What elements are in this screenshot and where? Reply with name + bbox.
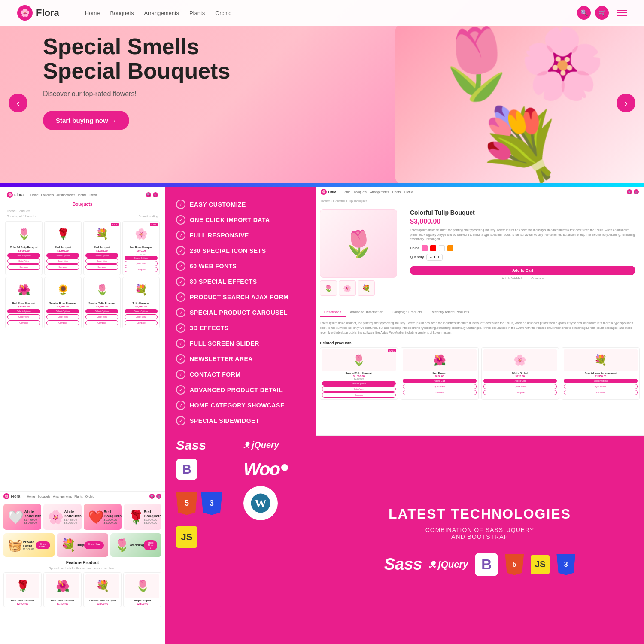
compare-6[interactable]: Compare (46, 320, 79, 325)
banner-info-1: White Bouquets $1,499.00 - $3,000.00 (24, 510, 41, 524)
shop2-cart-btn[interactable]: 🛒 (156, 494, 161, 499)
pd-add-to-wishlist[interactable]: Add to Wishlist (502, 277, 522, 280)
select-options-3[interactable]: Select Options (85, 253, 118, 258)
select-options-7[interactable]: Select Options (85, 309, 118, 313)
pd-tab-recently-added[interactable]: Recently Added Products (426, 308, 474, 317)
shop1-nav-home[interactable]: Home (30, 194, 39, 197)
shop2-nav-home[interactable]: Home (27, 495, 35, 498)
quick-view-8[interactable]: Quick View (125, 314, 158, 319)
banner-emoji-3: ❤️ (88, 510, 104, 525)
related-compare-3[interactable]: Compare (483, 390, 557, 395)
pd-tab-description[interactable]: Description (320, 308, 346, 317)
related-quick-view-4[interactable]: Quick View (564, 384, 638, 389)
pd-nav-plants[interactable]: Plants (392, 191, 401, 194)
pd-qty-plus[interactable]: + (437, 255, 440, 259)
related-compare-1[interactable]: Compare (322, 392, 396, 398)
related-select-3[interactable]: Add to Cart (483, 379, 557, 383)
related-compare-4[interactable]: Compare (564, 390, 638, 395)
check-icon-7: ✓ (176, 292, 185, 302)
shop1-section-title: Bouquets (3, 200, 161, 208)
quick-view-7[interactable]: Quick View (85, 314, 118, 319)
cart-button[interactable]: 🛒 (595, 6, 609, 20)
shop1-nav-bouquets[interactable]: Bouquets (41, 194, 54, 197)
nav-arrangements[interactable]: Arrangements (144, 10, 179, 16)
pd-nav-orchid[interactable]: Orchid (404, 191, 413, 194)
nav-plants[interactable]: Plants (189, 10, 205, 16)
pd-nav-home[interactable]: Home (343, 191, 351, 194)
shop2-nav-orchid[interactable]: Orchid (85, 495, 94, 498)
select-options-2[interactable]: Select Options (46, 253, 79, 258)
pd-color-red[interactable] (430, 245, 436, 251)
shop1-cart-btn[interactable]: 🛒 (153, 192, 158, 197)
quick-view-2[interactable]: Quick View (46, 258, 79, 264)
sass-logo: Sass (176, 438, 206, 453)
featured-img-4: 🌷 (125, 574, 159, 598)
related-quick-view-1[interactable]: Quick View (322, 386, 396, 392)
pd-compare[interactable]: Compare (531, 277, 544, 280)
related-compare-2[interactable]: Compare (403, 390, 477, 395)
basket-btn-1[interactable]: Shop Now ↓ (36, 541, 51, 549)
quick-view-3[interactable]: Quick View (85, 258, 118, 264)
pd-nav-arrangements[interactable]: Arrangements (370, 191, 389, 194)
pd-cart-btn[interactable]: 🛒 (634, 189, 639, 194)
pd-color-pink[interactable] (422, 245, 428, 251)
feature-label-3: FULL RESPONSIVE (190, 232, 249, 239)
select-options-4[interactable]: Select Options (125, 256, 158, 260)
select-options-1[interactable]: Select Options (7, 253, 40, 258)
quick-view-6[interactable]: Quick View (46, 314, 79, 319)
compare-5[interactable]: Compare (7, 320, 40, 325)
related-select-1[interactable]: Select Options (322, 381, 396, 386)
pd-qty-value[interactable]: 1 (434, 255, 436, 259)
basket-btn-3[interactable]: Shop Now ↓ (144, 540, 157, 550)
pd-nav-bouquets[interactable]: Bouquets (354, 191, 367, 194)
compare-7[interactable]: Compare (85, 320, 118, 325)
hero-cta-button[interactable]: Start buying now → (43, 111, 129, 130)
shop1-nav-orchid[interactable]: Orchid (89, 194, 98, 197)
related-quick-view-3[interactable]: Quick View (483, 384, 557, 389)
shop2-search-btn[interactable]: 🔍 (149, 494, 155, 499)
jquery-logo-container: ᴥ jQuery (243, 437, 305, 453)
pd-qty-minus[interactable]: − (429, 255, 431, 259)
shop2-nav-arrangements[interactable]: Arrangements (53, 495, 72, 498)
product-name-7: Special Tulip Bouquet (85, 302, 118, 304)
check-icon-14: ✓ (176, 401, 185, 410)
html5-badge: 5 (176, 492, 197, 515)
select-options-6[interactable]: Select Options (46, 309, 79, 313)
pd-search-btn[interactable]: 🔍 (627, 189, 632, 194)
compare-3[interactable]: Compare (85, 264, 118, 270)
hamburger-menu[interactable] (617, 10, 627, 16)
shop2-nav-plants[interactable]: Plants (74, 495, 82, 498)
pd-tab-campaign[interactable]: Campaign Products (387, 308, 426, 317)
pd-add-to-cart-button[interactable]: Add to Cart (410, 266, 635, 275)
quick-view-4[interactable]: Quick View (125, 261, 158, 266)
quick-view-1[interactable]: Quick View (7, 258, 40, 264)
nav-orchid[interactable]: Orchid (215, 10, 231, 16)
select-options-8[interactable]: Select Options (125, 309, 158, 313)
compare-1[interactable]: Compare (7, 264, 40, 270)
pd-color-white[interactable] (439, 245, 445, 251)
hero-arrow-left[interactable]: ‹ (9, 94, 27, 112)
search-button[interactable]: 🔍 (577, 6, 591, 20)
pd-thumb-1[interactable]: 🌷 (320, 280, 337, 296)
shop1-nav-arrangements[interactable]: Arrangements (56, 194, 75, 197)
related-select-4[interactable]: Select Options (564, 379, 638, 383)
nav-home[interactable]: Home (85, 10, 100, 16)
related-select-2[interactable]: Add to Cart (403, 379, 477, 383)
related-quick-view-2[interactable]: Quick View (403, 384, 477, 389)
pd-color-orange[interactable] (447, 245, 453, 251)
pd-thumb-3[interactable]: 💐 (358, 280, 375, 296)
compare-8[interactable]: Compare (125, 320, 158, 325)
pd-thumb-2[interactable]: 🌸 (339, 280, 356, 296)
compare-4[interactable]: Compare (125, 267, 158, 272)
shop1-search-btn[interactable]: 🔍 (146, 192, 151, 197)
shop1-sort[interactable]: Default sorting (139, 215, 158, 218)
basket-btn-2[interactable]: Shop Now ↓ (84, 541, 104, 549)
select-options-5[interactable]: Select Options (7, 309, 40, 313)
quick-view-5[interactable]: Quick View (7, 314, 40, 319)
nav-bouquets[interactable]: Bouquets (110, 10, 134, 16)
shop1-nav-plants[interactable]: Plants (78, 194, 86, 197)
compare-2[interactable]: Compare (46, 264, 79, 270)
shop2-nav-bouquets[interactable]: Bouquets (38, 495, 51, 498)
hero-arrow-right[interactable]: › (617, 94, 635, 112)
pd-tab-additional[interactable]: Additional Information (346, 308, 387, 317)
